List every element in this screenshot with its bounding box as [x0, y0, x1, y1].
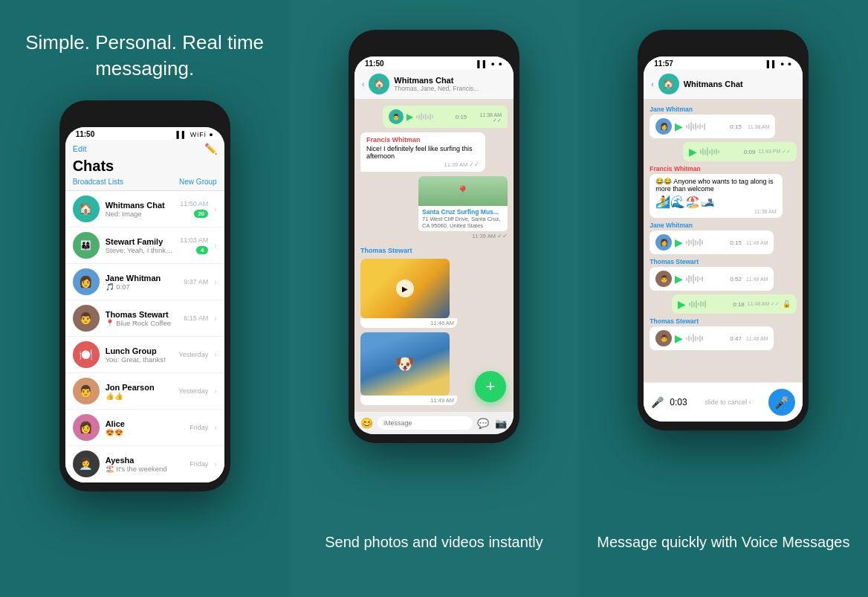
voice-messages-area: Jane Whitman 👩 ▶	[644, 100, 803, 382]
voice-duration: 0:15	[730, 123, 742, 130]
chats-header: Edit ✏️ Chats Broadcast Lists New Group	[65, 140, 224, 191]
list-item[interactable]: 👩 Jane Whitman 🎵 0:07 9:37 AM ›	[65, 264, 224, 300]
list-item[interactable]: 👩 Alice 😍😍 Friday ›	[65, 410, 224, 446]
chevron-right-icon: ›	[214, 278, 216, 286]
list-item[interactable]: 🏠 Whitmans Chat Ned: Image 11:50 AM 20 ›	[65, 191, 224, 227]
voice-bubble: 👩 ▶ 0	[650, 230, 774, 254]
messages-area: 👨 ▶ 0:15 11:38 AM	[354, 100, 514, 411]
middle-subline: Send photos and videos instantly	[325, 532, 543, 575]
list-item[interactable]: 🍽️ Lunch Group You: Great, thanks! Yeste…	[65, 337, 224, 373]
location-name: Santa Cruz Surfing Mus...	[422, 208, 504, 216]
back-button[interactable]: ‹	[651, 80, 653, 88]
right-subline: Message quickly with Voice Messages	[597, 532, 849, 575]
message-text: 😂😂 Anyone who wants to tag along is more…	[655, 178, 776, 193]
compose-icon[interactable]: ✏️	[204, 143, 217, 155]
chat-meta: 6:15 AM	[184, 314, 208, 322]
list-item[interactable]: 👨‍👩‍👦 Stewart Family Steve: Yeah, I thin…	[65, 227, 224, 264]
plus-icon: +	[486, 377, 496, 396]
avatar: 👨	[73, 305, 100, 332]
chat-time: Yesterday	[179, 351, 209, 358]
chat-badge: 4	[196, 246, 208, 254]
voice-bubble: 👨 ▶ 0	[650, 326, 774, 350]
phone-middle: 11:50 ▌▌ ● ● ‹ 🏠 Whitmans Chat Thomas, J…	[349, 30, 519, 443]
camera-icon[interactable]: 📷	[495, 418, 507, 429]
status-bar-middle: 11:50 ▌▌ ● ●	[354, 57, 514, 69]
send-voice-button[interactable]: 🎤	[768, 389, 795, 416]
status-time-left: 11:50	[76, 130, 95, 138]
voice-message-item: Jane Whitman 👩 ▶	[650, 106, 775, 138]
play-icon[interactable]: ▶	[689, 146, 697, 158]
voice-duration: 0:52	[730, 276, 742, 283]
location-address: 71 West Cliff Drive, Santa Cruz, CA 9506…	[422, 216, 504, 229]
message-sender: Jane Whitman	[650, 106, 775, 113]
back-button[interactable]: ‹	[362, 80, 364, 88]
avatar: 👨	[73, 378, 100, 404]
chat-meta: Friday	[190, 424, 208, 431]
message-sender: Francis Whitman	[366, 136, 479, 143]
chat-list: 🏠 Whitmans Chat Ned: Image 11:50 AM 20 ›	[65, 191, 224, 483]
voice-bubble-out: ▶ 0:09 11:48 PM	[683, 142, 797, 161]
phone-screen-right: 11:57 ▌▌ ● ● ‹ 🏠 Whitmans Chat	[644, 57, 803, 422]
chat-content: Thomas Stewart 📍 Blue Rock Coffee	[106, 310, 178, 327]
panel-right: 11:57 ▌▌ ● ● ‹ 🏠 Whitmans Chat	[579, 0, 868, 597]
panel-left: Simple. Personal. Real time messaging. 1…	[0, 0, 289, 597]
chat-meta: Yesterday	[179, 387, 209, 395]
conversation-status: Thomas, Jane, Ned, Francis...	[394, 85, 479, 92]
list-item[interactable]: 👩‍💼 Ayesha 🏖️ It's the weekend Friday ›	[65, 446, 224, 483]
chat-name: Alice	[106, 419, 184, 428]
status-icons-middle: ▌▌ ● ●	[477, 60, 503, 68]
chat-name: Jane Whitman	[106, 274, 178, 283]
message-time: 11:39 AM ✓✓	[418, 233, 508, 239]
edit-button[interactable]: Edit	[73, 144, 87, 153]
avatar: 👨	[389, 109, 404, 124]
chat-time: Friday	[190, 460, 208, 468]
list-item[interactable]: 👨 Jon Pearson 👍👍 Yesterday ›	[65, 373, 224, 410]
message-input[interactable]	[378, 416, 473, 430]
avatar: 🏠	[658, 74, 679, 94]
message-sender: Thomas Stewart	[650, 317, 774, 325]
message-time: 11:38 AM	[748, 124, 770, 129]
chat-name: Lunch Group	[106, 346, 173, 355]
avatar: 👩	[655, 118, 672, 135]
chat-content: Ayesha 🏖️ It's the weekend	[106, 456, 184, 473]
message-image: 🐶 11:49 AM	[360, 332, 457, 405]
chat-content: Whitmans Chat Ned: Image	[106, 201, 175, 218]
play-icon[interactable]: ▶	[675, 120, 683, 132]
status-time-middle: 11:50	[365, 59, 384, 68]
broadcast-lists-link[interactable]: Broadcast Lists	[73, 178, 123, 186]
conversation-name: Whitmans Chat	[394, 76, 479, 85]
chat-time: 11:03 AM	[180, 236, 208, 244]
chat-name: Jon Pearson	[106, 383, 173, 392]
voice-bubble: 👨 ▶ 0	[650, 267, 774, 291]
play-icon[interactable]: ▶	[396, 280, 414, 297]
chat-content: Stewart Family Steve: Yeah, I think I kn…	[106, 237, 175, 254]
avatar: 🏠	[73, 196, 100, 222]
message-bubble: 😂😂 Anyone who wants to tag along is more…	[650, 174, 782, 218]
chat-preview: You: Great, thanks!	[106, 355, 173, 364]
emoji-icon[interactable]: 😊	[360, 417, 373, 429]
list-item[interactable]: 👨 Thomas Stewart 📍 Blue Rock Coffee 6:15…	[65, 300, 224, 337]
message-time: 11:46 AM	[360, 318, 457, 328]
message-bubble: Francis Whitman Nice! I definitely feel …	[360, 132, 485, 172]
sticker-icon[interactable]: 💬	[477, 418, 489, 429]
chat-meta: Friday	[190, 460, 208, 468]
play-icon[interactable]: ▶	[678, 298, 686, 310]
message-time: 11:49 AM	[360, 396, 457, 405]
play-icon[interactable]: ▶	[675, 273, 683, 285]
chat-preview: 📍 Blue Rock Coffee	[106, 319, 178, 327]
new-group-link[interactable]: New Group	[179, 178, 217, 186]
message-time: 11:48 AM	[746, 240, 768, 245]
phone-notch-left	[111, 109, 178, 124]
chat-name: Ayesha	[106, 456, 184, 465]
chat-preview: 👍👍	[106, 392, 173, 400]
chat-content: Jane Whitman 🎵 0:07	[106, 274, 178, 291]
chat-name: Stewart Family	[106, 237, 175, 246]
chat-time: 11:50 AM	[180, 200, 208, 207]
message-sender: Thomas Stewart	[650, 258, 774, 265]
new-chat-fab[interactable]: +	[475, 371, 506, 402]
chevron-right-icon: ›	[214, 205, 216, 213]
microphone-icon[interactable]: 🎤	[513, 418, 514, 429]
status-time-right: 11:57	[654, 59, 673, 68]
play-icon[interactable]: ▶	[675, 332, 683, 344]
play-icon[interactable]: ▶	[675, 236, 683, 248]
